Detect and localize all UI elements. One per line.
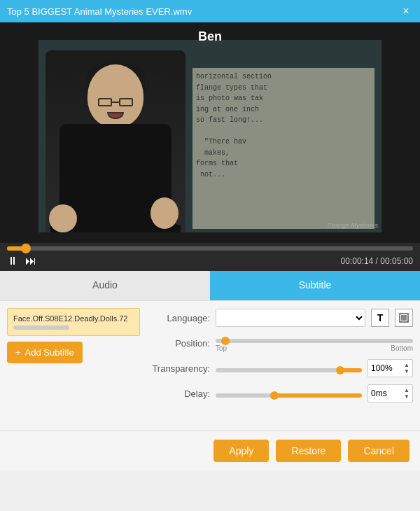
hand-left xyxy=(49,204,77,232)
position-labels: Top Bottom xyxy=(216,344,413,352)
video-frame: horizontal section flange types that is … xyxy=(38,40,382,232)
delay-label: Delay: xyxy=(147,388,210,399)
delay-up[interactable]: ▲ xyxy=(404,388,410,393)
glasses-left xyxy=(98,98,112,106)
add-subtitle-plus-icon: + xyxy=(15,347,21,358)
overlay-text: horizontal section flange types that is … xyxy=(196,71,371,180)
language-row: Language: T xyxy=(147,308,413,328)
position-thumb[interactable] xyxy=(221,337,230,345)
time-display: 00:00:14 / 00:05:00 xyxy=(341,256,413,266)
hand-right xyxy=(150,197,178,229)
glasses-right xyxy=(119,98,133,106)
transparency-value: 100% xyxy=(371,363,393,373)
title-bar: Top 5 BIGGEST Animal Mysteries EVER.wmv … xyxy=(0,0,420,22)
progress-thumb[interactable] xyxy=(21,244,31,253)
title-bar-text: Top 5 BIGGEST Animal Mysteries EVER.wmv xyxy=(7,6,192,17)
add-subtitle-label: Add Subtitle xyxy=(25,347,74,358)
position-row: Position: Top Bottom xyxy=(147,333,413,353)
total-time: 00:05:00 xyxy=(380,256,413,266)
progress-track[interactable] xyxy=(7,246,413,251)
video-label: Ben xyxy=(0,29,420,44)
person-figure xyxy=(46,50,186,232)
position-label: Position: xyxy=(147,338,210,349)
pause-button[interactable]: ⏸ xyxy=(7,255,18,267)
restore-button[interactable]: Restore xyxy=(276,440,341,462)
transparency-slider-container xyxy=(216,364,362,372)
controls-row: ⏸ ⏭ 00:00:14 / 00:05:00 xyxy=(7,255,413,267)
image-style-button[interactable] xyxy=(395,309,413,327)
subtitle-progress-bar xyxy=(13,326,69,330)
delay-value: 0ms xyxy=(371,388,387,398)
controls-left: ⏸ ⏭ xyxy=(7,255,36,267)
language-label: Language: xyxy=(147,313,210,323)
transparency-spinners[interactable]: ▲ ▼ xyxy=(404,363,410,374)
cancel-button[interactable]: Cancel xyxy=(348,440,410,462)
transparency-row: Transparency: 100% ▲ ▼ xyxy=(147,358,413,378)
logo-overlay: Strange Mysteries xyxy=(327,222,378,229)
position-slider-container: Top Bottom xyxy=(216,335,413,352)
video-container: Ben horizontal section flange types that… xyxy=(0,22,420,243)
transparency-value-box[interactable]: 100% ▲ ▼ xyxy=(368,359,413,377)
current-time: 00:00:14 xyxy=(341,256,374,266)
text-overlay: horizontal section flange types that is … xyxy=(192,68,374,229)
text-style-button[interactable]: T xyxy=(371,309,389,327)
tabs-row: Audio Subtitle xyxy=(0,271,420,300)
apply-button[interactable]: Apply xyxy=(214,440,269,462)
main-content: Face.Off.S08E12.Deadly.Dolls.72 + Add Su… xyxy=(0,301,420,430)
controls-bar: ⏸ ⏭ 00:00:14 / 00:05:00 xyxy=(0,243,420,271)
bottom-bar: Apply Restore Cancel xyxy=(0,430,420,470)
glasses xyxy=(98,98,133,106)
person-head xyxy=(88,64,144,127)
close-button[interactable]: × xyxy=(399,4,413,18)
language-select[interactable] xyxy=(216,309,365,327)
delay-value-box[interactable]: 0ms ▲ ▼ xyxy=(368,384,413,402)
tab-subtitle[interactable]: Subtitle xyxy=(210,271,420,300)
left-panel: Face.Off.S08E12.Deadly.Dolls.72 + Add Su… xyxy=(7,308,140,424)
transparency-label: Transparency: xyxy=(147,363,210,374)
transparency-up[interactable]: ▲ xyxy=(404,363,410,368)
right-panel: Language: T Position: Top Bott xyxy=(147,308,413,424)
svg-rect-1 xyxy=(401,315,407,321)
transparency-down[interactable]: ▼ xyxy=(404,369,410,374)
transparency-thumb[interactable] xyxy=(336,366,344,374)
delay-track[interactable] xyxy=(216,393,362,398)
add-subtitle-button[interactable]: + Add Subtitle xyxy=(7,342,83,363)
delay-thumb[interactable] xyxy=(270,391,279,400)
delay-row: Delay: 0ms ▲ ▼ xyxy=(147,384,413,403)
subtitle-filename: Face.Off.S08E12.Deadly.Dolls.72 xyxy=(13,314,127,323)
position-bottom-label: Bottom xyxy=(391,344,413,352)
delay-down[interactable]: ▼ xyxy=(404,394,410,400)
transparency-track[interactable] xyxy=(216,368,362,372)
delay-spinners[interactable]: ▲ ▼ xyxy=(404,388,410,400)
position-track[interactable] xyxy=(216,339,413,343)
subtitle-item[interactable]: Face.Off.S08E12.Deadly.Dolls.72 xyxy=(7,308,140,336)
forward-button[interactable]: ⏭ xyxy=(25,255,36,267)
delay-slider-container xyxy=(216,389,362,398)
glasses-bridge xyxy=(112,102,119,103)
position-top-label: Top xyxy=(216,344,227,352)
person-mouth xyxy=(107,112,124,119)
tabs-container: Audio Subtitle xyxy=(0,271,420,301)
image-icon xyxy=(399,313,409,323)
tab-audio[interactable]: Audio xyxy=(0,271,210,300)
